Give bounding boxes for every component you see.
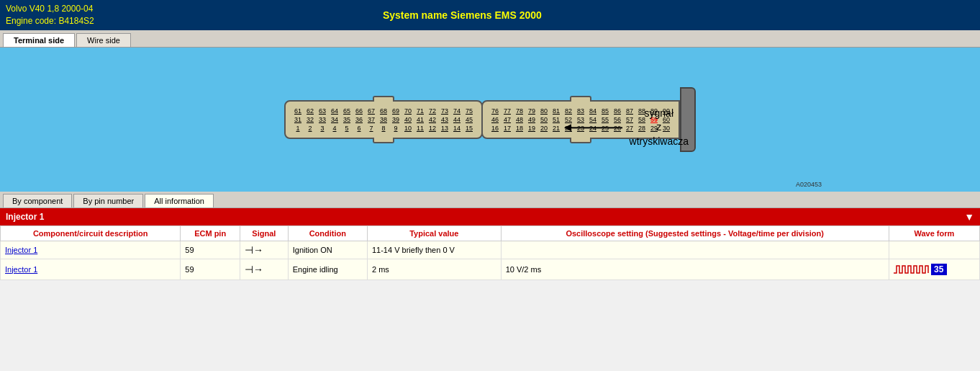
row2-signal: ⊣→ — [240, 259, 288, 280]
col-signal: Signal — [240, 225, 288, 241]
bottom-tabs-bar: By component By pin number All informati… — [0, 192, 980, 208]
waveform-cell: 35 — [894, 262, 975, 277]
row2-oscilloscope: 10 V/2 ms — [501, 259, 889, 280]
row2-component: Injector 1 — [1, 259, 181, 280]
row1-oscilloscope — [501, 241, 889, 259]
section-title: Injector 1 — [6, 212, 44, 222]
tab-all-information[interactable]: All information — [145, 194, 214, 207]
arrow-head — [564, 124, 571, 131]
system-name: System name Siemens EMS 2000 — [383, 9, 542, 21]
row1-signal-symbol: ⊣→ — [245, 244, 263, 256]
arrow-container: sygnał z wtryskiwacza — [565, 107, 689, 149]
table-header-row: Component/circuit description ECM pin Si… — [1, 225, 980, 241]
table-area: Injector 1 ▼ Component/circuit descripti… — [0, 208, 980, 280]
connector-tab-top-right — [570, 96, 591, 102]
row1-component-link[interactable]: Injector 1 — [5, 246, 37, 254]
table-row: Injector 1 59 ⊣→ Engine idling 2 ms 10 V… — [1, 259, 980, 280]
data-table: Component/circuit description ECM pin Si… — [0, 225, 980, 280]
left-row1: 616263646566676869707172737475 — [293, 107, 474, 115]
row2-condition: Engine idling — [288, 259, 367, 280]
row1-ecm-pin: 59 — [181, 241, 240, 259]
header-left: Volvo V40 1,8 2000-04 Engine code: B4184… — [6, 3, 94, 27]
top-tabs-bar: Terminal side Wire side — [0, 30, 980, 48]
row2-waveform: 35 — [889, 259, 979, 280]
col-ecm-pin: ECM pin — [181, 225, 240, 241]
col-condition: Condition — [288, 225, 367, 241]
row1-signal: ⊣→ — [240, 241, 288, 259]
connector-tab-top-left — [373, 96, 394, 102]
row1-typical-value: 11-14 V briefly then 0 V — [367, 241, 501, 259]
tab-wire-side[interactable]: Wire side — [76, 33, 131, 47]
row1-condition: Ignition ON — [288, 241, 367, 259]
table-row: Injector 1 59 ⊣→ Ignition ON 11-14 V bri… — [1, 241, 980, 259]
wave-svg — [894, 262, 930, 277]
col-waveform: Wave form — [889, 225, 979, 241]
row2-signal-symbol: ⊣→ — [245, 264, 263, 275]
connector-left: 616263646566676869707172737475 313233343… — [284, 100, 483, 139]
connector-wrapper: 616263646566676869707172737475 313233343… — [284, 87, 696, 152]
row1-component: Injector 1 — [1, 241, 181, 259]
vehicle-info: Volvo V40 1,8 2000-04 — [6, 3, 94, 15]
wave-badge[interactable]: 35 — [931, 264, 947, 275]
row1-waveform — [889, 241, 979, 259]
diagram-area: 616263646566676869707172737475 313233343… — [0, 48, 980, 192]
row2-component-link[interactable]: Injector 1 — [5, 265, 37, 274]
col-typical-value: Typical value — [367, 225, 501, 241]
engine-code: Engine code: B4184S2 — [6, 15, 94, 27]
diagram-ref: A020453 — [796, 181, 822, 188]
row2-ecm-pin: 59 — [181, 259, 240, 280]
left-row3: 123456789101112131415 — [293, 125, 474, 132]
row2-typical-value: 2 ms — [367, 259, 501, 280]
col-component: Component/circuit description — [1, 225, 181, 241]
tab-by-pin-number[interactable]: By pin number — [73, 194, 143, 207]
section-header: Injector 1 ▼ — [0, 208, 980, 225]
left-connector-pins: 616263646566676869707172737475 313233343… — [293, 107, 474, 132]
col-oscilloscope: Oscilloscope setting (Suggested settings… — [501, 225, 889, 241]
section-dropdown-icon[interactable]: ▼ — [964, 211, 974, 223]
arrow-annotation: sygnał z wtryskiwacza — [565, 107, 689, 149]
tab-by-component[interactable]: By component — [3, 194, 72, 207]
left-row2: 313233343536373839404142434445 — [293, 116, 474, 123]
tab-terminal-side[interactable]: Terminal side — [3, 33, 75, 47]
connector-tab-bottom-left — [373, 138, 394, 143]
arrow-line — [565, 127, 622, 128]
header: Volvo V40 1,8 2000-04 Engine code: B4184… — [0, 0, 980, 30]
annotation-text: sygnał z wtryskiwacza — [630, 107, 689, 149]
